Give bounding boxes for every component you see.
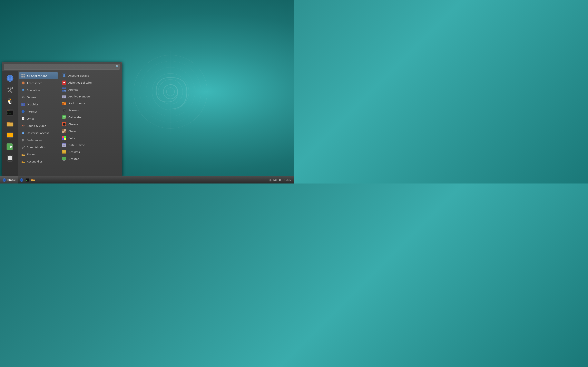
- category-graphics[interactable]: Graphics: [19, 101, 58, 108]
- category-places[interactable]: Places: [19, 151, 58, 158]
- svg-rect-78: [64, 102, 66, 103]
- svg-point-61: [22, 141, 23, 141]
- app-item-calculator[interactable]: Calculator: [59, 114, 122, 121]
- category-all-applications[interactable]: All Applications: [19, 72, 58, 79]
- app-account-details-label: Account details: [68, 74, 89, 77]
- sidebar-monitor-icon[interactable]: !: [5, 130, 15, 141]
- office-icon: [21, 117, 25, 121]
- category-universal-access[interactable]: Universal Access: [19, 129, 58, 136]
- app-item-cheese[interactable]: Cheese: [59, 121, 122, 128]
- app-item-account-details[interactable]: Account details: [59, 72, 122, 79]
- svg-point-60: [23, 140, 24, 141]
- app-item-backgrounds[interactable]: Backgrounds: [59, 100, 122, 107]
- svg-point-29: [9, 160, 10, 161]
- category-administration[interactable]: Administration: [19, 144, 58, 151]
- search-icon[interactable]: 🔍: [116, 65, 119, 68]
- svg-point-136: [270, 180, 270, 180]
- svg-rect-118: [62, 150, 66, 151]
- svg-rect-87: [63, 116, 66, 117]
- svg-rect-93: [65, 118, 66, 119]
- svg-rect-67: [64, 87, 66, 89]
- tray-keyboard-icon[interactable]: [273, 178, 277, 182]
- app-item-desklets[interactable]: Desklets: [59, 149, 122, 155]
- svg-rect-80: [64, 103, 66, 105]
- svg-rect-137: [273, 179, 277, 181]
- menu-body: 🐧: [2, 71, 122, 176]
- svg-rect-119: [62, 151, 64, 152]
- category-administration-label: Administration: [27, 146, 46, 149]
- education-icon: [21, 88, 25, 92]
- svg-rect-89: [64, 117, 65, 118]
- search-input[interactable]: [4, 64, 120, 69]
- svg-rect-105: [62, 136, 64, 138]
- svg-rect-88: [63, 117, 63, 118]
- sidebar-terminal-icon[interactable]: [5, 107, 15, 118]
- account-details-icon: [62, 73, 66, 78]
- archive-manager-icon: [62, 94, 66, 99]
- svg-rect-110: [62, 143, 66, 144]
- sidebar-tools-icon[interactable]: [5, 84, 15, 95]
- category-graphics-label: Graphics: [27, 103, 38, 106]
- taskbar-folder-icon[interactable]: [31, 178, 35, 182]
- category-games[interactable]: Games: [19, 94, 58, 101]
- category-internet[interactable]: Internet: [19, 108, 58, 115]
- svg-rect-92: [64, 118, 65, 119]
- calculator-icon: [62, 115, 66, 119]
- sidebar-globe-icon[interactable]: [5, 73, 15, 83]
- sidebar-exit-icon[interactable]: [5, 142, 15, 152]
- category-universal-access-label: Universal Access: [27, 132, 49, 134]
- svg-rect-31: [21, 74, 23, 75]
- app-desklets-label: Desklets: [68, 150, 80, 154]
- sidebar-penguin-icon[interactable]: 🐧: [5, 96, 15, 106]
- svg-rect-66: [62, 87, 64, 89]
- category-accessories[interactable]: Accessories: [19, 80, 58, 86]
- menu-sidebar: 🐧: [2, 71, 18, 176]
- category-office[interactable]: Office: [19, 115, 58, 122]
- app-item-archive-manager[interactable]: Archive Manager: [59, 93, 122, 100]
- taskbar: Menu: [0, 176, 294, 184]
- svg-rect-28: [8, 156, 12, 160]
- svg-rect-32: [24, 74, 25, 75]
- svg-rect-68: [62, 90, 64, 92]
- svg-rect-77: [62, 102, 64, 103]
- svg-point-38: [23, 89, 24, 90]
- menu-apps-list: Account details AisleRiot Solitaire: [59, 71, 122, 176]
- sidebar-device-icon[interactable]: [5, 153, 15, 164]
- app-item-color[interactable]: Color: [59, 134, 122, 142]
- recent-files-icon: [21, 159, 25, 164]
- tray-network-icon[interactable]: [268, 178, 272, 182]
- brasero-icon: [62, 108, 66, 113]
- category-office-label: Office: [27, 117, 35, 120]
- cheese-icon: [62, 122, 66, 126]
- app-color-label: Color: [68, 137, 75, 140]
- category-recent-files[interactable]: Recent Files: [19, 158, 58, 165]
- sound-video-icon: [21, 124, 25, 128]
- tray-volume-icon[interactable]: [278, 178, 282, 182]
- category-sound-video[interactable]: Sound & Video: [19, 122, 58, 129]
- app-item-date-time[interactable]: Date & Time: [59, 142, 122, 149]
- app-item-chess[interactable]: Chess: [59, 128, 122, 134]
- category-preferences-label: Preferences: [27, 139, 42, 142]
- sidebar-folder-icon[interactable]: [5, 119, 15, 129]
- category-preferences[interactable]: Preferences: [19, 137, 58, 143]
- taskbar-menu-button[interactable]: Menu: [0, 176, 18, 184]
- app-item-brasero[interactable]: Brasero: [59, 107, 122, 114]
- svg-rect-138: [274, 179, 274, 180]
- category-recent-files-label: Recent Files: [27, 160, 43, 163]
- app-backgrounds-label: Backgrounds: [68, 102, 86, 105]
- app-date-time-label: Date & Time: [68, 143, 85, 147]
- menu-search-bar: 🔍: [2, 62, 122, 71]
- svg-rect-121: [62, 152, 66, 153]
- preferences-icon: [21, 138, 25, 142]
- administration-icon: [21, 145, 25, 149]
- category-places-label: Places: [27, 153, 35, 156]
- taskbar-terminal-icon[interactable]: [25, 178, 30, 182]
- category-education[interactable]: Education: [19, 87, 58, 94]
- app-item-aisleriot[interactable]: AisleRiot Solitaire: [59, 79, 122, 86]
- app-chess-label: Chess: [68, 130, 76, 133]
- app-item-desktop[interactable]: Desktop: [59, 155, 122, 162]
- svg-rect-139: [275, 179, 275, 180]
- taskbar-browser-icon[interactable]: [19, 178, 24, 182]
- internet-icon: [21, 109, 25, 114]
- app-item-applets[interactable]: Applets: [59, 86, 122, 93]
